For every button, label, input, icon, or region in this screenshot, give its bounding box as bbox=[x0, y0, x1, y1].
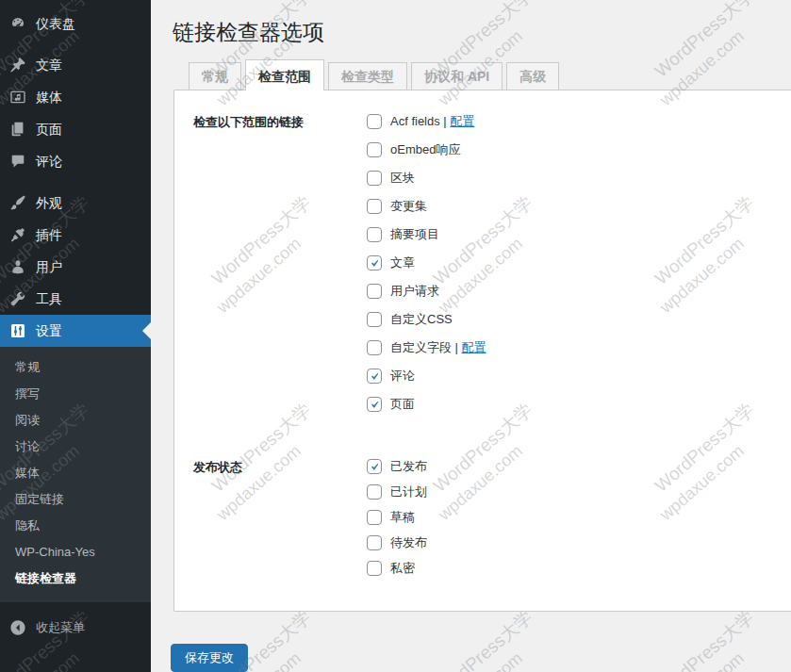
checkbox-posts[interactable] bbox=[367, 255, 382, 270]
tab-advanced[interactable]: 高级 bbox=[506, 62, 559, 90]
checkbox-label: 已计划 bbox=[390, 484, 427, 500]
acf-fields-config-link[interactable]: 配置 bbox=[450, 113, 474, 130]
main-content: 链接检查器选项 常规检查范围检查类型协议和 API高级 检查以下范围的链接Acf… bbox=[151, 0, 791, 672]
checkbox-pages[interactable] bbox=[367, 397, 382, 412]
sidebar-item-label: 文章 bbox=[36, 57, 62, 74]
sidebar-item-users[interactable]: 用户 bbox=[0, 251, 151, 283]
sidebar-item-label: 媒体 bbox=[36, 89, 62, 106]
section-label: 检查以下范围的链接 bbox=[193, 113, 367, 413]
checkbox-private[interactable] bbox=[367, 561, 382, 576]
wrench-icon bbox=[9, 290, 26, 307]
form-row-scope: 检查以下范围的链接Acf fields | 配置oEmbed响应区块变更集摘要项… bbox=[193, 113, 772, 413]
sidebar-item-comments[interactable]: 评论 bbox=[0, 145, 151, 177]
checkbox-row-custom-css[interactable]: 自定义CSS bbox=[367, 311, 486, 328]
submenu-item-discussion[interactable]: 讨论 bbox=[0, 434, 151, 460]
checkbox-scheduled[interactable] bbox=[367, 484, 382, 500]
checkbox-label: 用户请求 bbox=[390, 283, 439, 300]
collapse-arrow-icon bbox=[9, 619, 26, 636]
sidebar-item-label: 仪表盘 bbox=[36, 15, 75, 32]
save-changes-button[interactable]: 保存更改 bbox=[171, 644, 248, 672]
checkbox-label: 待发布 bbox=[390, 534, 427, 551]
pages-icon bbox=[9, 121, 26, 138]
comment-icon bbox=[9, 153, 26, 170]
checkbox-row-user-requests[interactable]: 用户请求 bbox=[367, 283, 486, 300]
sidebar-item-posts[interactable]: 文章 bbox=[0, 49, 151, 81]
checkbox-row-scheduled[interactable]: 已计划 bbox=[367, 484, 427, 500]
checkbox-comments[interactable] bbox=[367, 369, 382, 384]
checkbox-row-draft[interactable]: 草稿 bbox=[367, 509, 427, 526]
checkbox-label: Acf fields bbox=[390, 113, 440, 130]
checkbox-row-blocks[interactable]: 区块 bbox=[367, 170, 486, 187]
pushpin-icon bbox=[9, 57, 26, 74]
section-field-post-status: 已发布已计划草稿待发布私密 bbox=[367, 458, 427, 585]
checkbox-label: oEmbed响应 bbox=[390, 141, 460, 158]
submenu-item-permalinks[interactable]: 固定链接 bbox=[0, 486, 151, 513]
submenu-item-link-checker[interactable]: 链接检查器 bbox=[0, 565, 151, 592]
settings-submenu: 常规撰写阅读讨论媒体固定链接隐私WP-China-Yes链接检查器 bbox=[0, 347, 151, 602]
custom-fields-config-link[interactable]: 配置 bbox=[462, 339, 486, 356]
checkbox-row-oembed[interactable]: oEmbed响应 bbox=[367, 141, 486, 158]
tab-general[interactable]: 常规 bbox=[189, 62, 241, 90]
sidebar-item-label: 页面 bbox=[36, 121, 62, 138]
checkbox-row-posts[interactable]: 文章 bbox=[367, 254, 486, 271]
sidebar-item-tools[interactable]: 工具 bbox=[0, 283, 151, 315]
sidebar-item-label: 工具 bbox=[36, 290, 62, 307]
user-icon bbox=[9, 258, 26, 275]
checkbox-pending[interactable] bbox=[367, 535, 382, 550]
sidebar-item-dashboard[interactable]: 仪表盘 bbox=[0, 8, 151, 40]
checkbox-summary-items[interactable] bbox=[367, 227, 382, 242]
checkbox-label: 已发布 bbox=[390, 458, 427, 475]
checkbox-user-requests[interactable] bbox=[367, 284, 382, 299]
submenu-item-media-settings[interactable]: 媒体 bbox=[0, 460, 151, 486]
sidebar-item-label: 插件 bbox=[36, 226, 62, 243]
sidebar-item-plugins[interactable]: 插件 bbox=[0, 219, 151, 251]
checkbox-row-summary-items[interactable]: 摘要项目 bbox=[367, 226, 486, 243]
sidebar-item-pages[interactable]: 页面 bbox=[0, 113, 151, 145]
sidebar-item-media[interactable]: 媒体 bbox=[0, 81, 151, 113]
checkbox-row-pending[interactable]: 待发布 bbox=[367, 534, 427, 551]
collapse-menu-label: 收起菜单 bbox=[36, 619, 85, 636]
checkbox-label: 自定义CSS bbox=[390, 311, 453, 328]
checkbox-label: 评论 bbox=[390, 368, 415, 385]
submenu-item-wp-china-yes[interactable]: WP-China-Yes bbox=[0, 539, 151, 565]
checkbox-row-private[interactable]: 私密 bbox=[367, 560, 427, 577]
checkbox-row-acf-fields[interactable]: Acf fields | 配置 bbox=[367, 113, 486, 130]
section-field-scope: Acf fields | 配置oEmbed响应区块变更集摘要项目文章用户请求自定… bbox=[367, 113, 486, 413]
submenu-item-reading[interactable]: 阅读 bbox=[0, 407, 151, 434]
checkbox-oembed[interactable] bbox=[367, 142, 382, 157]
tab-protocols-api[interactable]: 协议和 API bbox=[411, 62, 503, 90]
section-label: 发布状态 bbox=[193, 458, 367, 585]
sidebar-item-label: 外观 bbox=[36, 194, 62, 211]
checkbox-changesets[interactable] bbox=[367, 199, 382, 214]
checkbox-label: 变更集 bbox=[390, 198, 427, 215]
submenu-item-general[interactable]: 常规 bbox=[0, 354, 151, 381]
checkbox-blocks[interactable] bbox=[367, 171, 382, 186]
tab-check-types[interactable]: 检查类型 bbox=[328, 62, 407, 90]
checkbox-row-pages[interactable]: 页面 bbox=[367, 396, 486, 413]
checkbox-row-published[interactable]: 已发布 bbox=[367, 458, 427, 475]
checkbox-row-custom-fields[interactable]: 自定义字段 | 配置 bbox=[367, 339, 486, 356]
checkbox-custom-css[interactable] bbox=[367, 312, 382, 327]
checkbox-label: 草稿 bbox=[390, 509, 415, 526]
sidebar-item-settings[interactable]: 设置 bbox=[0, 315, 151, 347]
sliders-icon bbox=[9, 322, 26, 339]
page-title: 链接检查器选项 bbox=[151, 0, 791, 46]
brush-icon bbox=[9, 194, 26, 211]
checkbox-acf-fields[interactable] bbox=[367, 114, 382, 129]
checkbox-row-changesets[interactable]: 变更集 bbox=[367, 198, 486, 215]
submenu-item-privacy[interactable]: 隐私 bbox=[0, 513, 151, 539]
checkbox-published[interactable] bbox=[367, 459, 382, 474]
checkbox-draft[interactable] bbox=[367, 510, 382, 525]
menu-separator bbox=[0, 177, 151, 187]
checkbox-row-comments[interactable]: 评论 bbox=[367, 368, 486, 385]
collapse-menu-button[interactable]: 收起菜单 bbox=[0, 612, 151, 644]
checkbox-custom-fields[interactable] bbox=[367, 340, 382, 355]
label-link-separator: | bbox=[452, 339, 462, 356]
label-link-separator: | bbox=[440, 113, 451, 130]
sidebar-item-appearance[interactable]: 外观 bbox=[0, 187, 151, 219]
settings-tabs: 常规检查范围检查类型协议和 API高级 bbox=[189, 59, 791, 90]
submenu-item-writing[interactable]: 撰写 bbox=[0, 381, 151, 407]
tab-check-scope[interactable]: 检查范围 bbox=[245, 59, 324, 90]
checkbox-label: 自定义字段 bbox=[390, 339, 452, 356]
sidebar-item-label: 用户 bbox=[36, 258, 62, 275]
